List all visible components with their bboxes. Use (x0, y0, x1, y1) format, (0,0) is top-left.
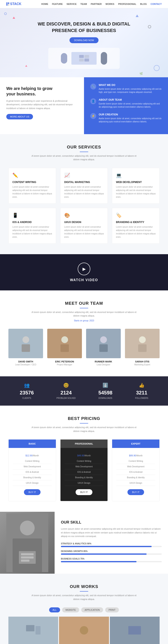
service-card-6: 🏷️ BRANDING & IDENTITY Lorem ipsum dolor… (112, 208, 160, 244)
svg-point-4 (22, 336, 29, 343)
service-desc-4: Lorem ipsum dolor sit amet consectetur a… (12, 225, 52, 239)
team-card-2: ERIC PETERSON Project Manager (47, 329, 82, 366)
filter-print[interactable]: PRINT (105, 607, 119, 612)
stat-clients-value: 23576 (20, 390, 34, 396)
about-team-item: 👤 ABOUT OUR TEAM Earntle lorem ipsum dol… (90, 98, 162, 108)
service-icon-2: 📈 (64, 173, 104, 178)
skill-label-3: BUSINESS GOALS 75% (61, 558, 84, 560)
navbar: STACK HOME FEATURE SERVICE TEAM PARTNER … (0, 0, 168, 8)
team-name-2: ERIC PETERSON (47, 360, 82, 363)
price-feature-basic-4: Branding & Identity (13, 475, 52, 480)
play-button[interactable]: ▶ (78, 262, 90, 275)
works-filter: ALL WEBSITE APPLICATION PRINT (8, 607, 160, 612)
team-card-3: RUNNER MARK Lead Designer (86, 329, 121, 366)
pricing-header: BEST PRICING A lorem ipsum dolor sit ame… (8, 416, 160, 433)
deco-triangle-3 (25, 65, 27, 67)
hero-plant: 🌿 (139, 72, 143, 75)
price-feature-basic-3: IOS & Android (13, 470, 52, 475)
hero-person-2 (101, 52, 107, 65)
watch-video-label: WATCH VIDEO (8, 278, 160, 282)
nav-home[interactable]: HOME (41, 3, 48, 5)
svg-rect-20 (26, 625, 34, 631)
skill-fill-2 (61, 554, 147, 555)
svg-rect-17 (21, 556, 34, 558)
price-btn-expert[interactable]: BUY IT (127, 489, 144, 495)
price-btn-professional[interactable]: BUY IT (76, 489, 92, 495)
pricing-title: BEST PRICING (8, 416, 160, 421)
logo[interactable]: STACK (6, 2, 21, 6)
skill-content: OUR SKILL Lorem ipsum dolor sit amet con… (55, 512, 168, 574)
svg-point-8 (100, 336, 107, 343)
pricing-divider (80, 423, 88, 424)
pricing-subtitle: A lorem ipsum dolor sit amet, consectetu… (31, 426, 137, 433)
svg-rect-2 (6, 4, 7, 6)
team-role-4: Marketing Expert (125, 364, 160, 366)
team-header: MEET OUR TEAM A lorem ipsum dolor sit am… (8, 301, 160, 322)
service-desc-1: Lorem ipsum dolor sit amet consectetur a… (12, 185, 52, 199)
price-feature-basic-5: UI/UX Design (13, 480, 52, 486)
price-header-professional: PROFESSIONAL (61, 440, 108, 448)
service-card-5: 🎨 UI/UX DESIGN Lorem ipsum dolor sit ame… (60, 208, 108, 244)
team-photo-2 (47, 329, 82, 358)
price-btn-basic[interactable]: BUY IT (24, 489, 41, 495)
team-title: MEET OUR TEAM (8, 301, 160, 306)
about-btn[interactable]: MORE ABOUT US (6, 114, 33, 120)
hero-illustration: 🌿 (48, 48, 120, 69)
stat-followers-label: Followers (135, 397, 148, 399)
price-feature-exp-3: IOS & Android (116, 470, 155, 475)
team-subtitle: A lorem ipsum dolor sit amet, consectetu… (31, 310, 137, 318)
price-feature-basic-1: Content Writing (13, 458, 52, 464)
stat-problems-value: 2124 (57, 390, 76, 396)
team-avatar-2 (58, 335, 71, 352)
stat-downloads: ⬇️ 54598 Downloads (98, 383, 112, 399)
nav-professional[interactable]: PROFESSIONAL (118, 3, 136, 5)
works-grid (8, 616, 160, 644)
about-description: A great lorem specializing in user exper… (6, 99, 78, 110)
service-icon-3: 💻 (116, 173, 156, 178)
nav-blog[interactable]: BLOG (140, 3, 147, 5)
filter-all[interactable]: ALL (49, 607, 60, 612)
hero-screen (71, 52, 97, 65)
nav-team[interactable]: TEAM (81, 3, 87, 5)
service-card-2: 📈 DIGITAL MARKETING Lorem ipsum dolor si… (60, 168, 108, 204)
nav-works[interactable]: WORKS (105, 3, 114, 5)
services-divider (80, 152, 88, 152)
price-card-professional: PROFESSIONAL $49.90/Month Content Writin… (60, 439, 108, 501)
our-creation-text: OUR CREATION Aartie lorem ipsum dolor si… (99, 113, 162, 123)
svg-rect-11 (138, 344, 147, 352)
nav-partner[interactable]: PARTNER (91, 3, 102, 5)
services-header: OUR SERVICES A lorem ipsum dolor sit ame… (8, 145, 160, 162)
skill-label-1: STRATEGY & ANALYTICS 90% (61, 542, 91, 545)
what-we-do-item: 🔧 WHAT WE DO Aartie lorem ipsum dolor si… (90, 84, 162, 94)
skill-description: Lorem ipsum dolor sit amet consectetur a… (61, 527, 162, 538)
skill-image (0, 512, 55, 574)
service-icon-4: 📱 (12, 213, 52, 218)
filter-application[interactable]: APPLICATION (81, 607, 103, 612)
price-feature-pro-3: IOS & Android (65, 470, 103, 475)
skill-title: OUR SKILL (61, 520, 162, 524)
hero-person-1 (61, 53, 67, 64)
service-card-4: 📱 IOS & ANDROID Lorem ipsum dolor sit am… (8, 208, 56, 244)
nav-feature[interactable]: FEATURE (52, 3, 63, 5)
team-name-4: SARAH OTIS (125, 360, 160, 363)
filter-website[interactable]: WEBSITE (62, 607, 79, 612)
hero-section: WE DISCOVER, DESIGN & BUILD DIGITAL PRES… (0, 8, 168, 77)
hero-headline: WE DISCOVER, DESIGN & BUILD DIGITAL PRES… (6, 21, 162, 34)
stat-clients: 👥 23576 Clients (20, 383, 34, 399)
deco-circle-2 (148, 25, 151, 28)
service-icon-6: 🏷️ (116, 213, 156, 218)
nav-links: HOME FEATURE SERVICE TEAM PARTNER WORKS … (41, 3, 162, 5)
nav-contact[interactable]: CONTACT (151, 3, 162, 5)
price-card-basic: BASIC $12.90/Month Content Writing Web D… (8, 439, 56, 501)
stat-problems-icon: 😊 (57, 383, 76, 388)
stats-section: 👥 23576 Clients 😊 2124 Problem Solved ⬇️… (0, 376, 168, 406)
deco-triangle-1 (13, 17, 15, 19)
about-team-icon: 👤 (90, 98, 96, 104)
nav-service[interactable]: SERVICE (67, 3, 77, 5)
price-feature-basic-2: Web Development (13, 464, 52, 470)
svg-rect-1 (8, 2, 9, 4)
price-feature-pro-4: Branding & Identity (65, 475, 103, 480)
service-desc-2: Lorem ipsum dolor sit amet consectetur a… (64, 185, 104, 199)
svg-rect-0 (6, 2, 7, 4)
download-btn[interactable]: DOWNLOAD NOW (70, 37, 99, 43)
